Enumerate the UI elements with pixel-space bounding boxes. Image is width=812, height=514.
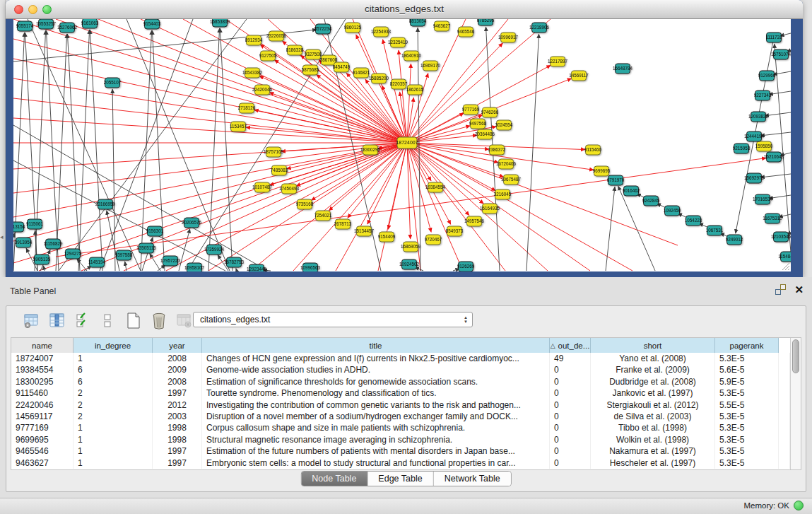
graph-node[interactable]: 9720467 bbox=[425, 235, 442, 245]
table-cell[interactable] bbox=[779, 422, 790, 433]
graph-node[interactable]: 15134457 bbox=[354, 226, 375, 236]
graph-node[interactable]: 18757165 bbox=[264, 147, 284, 157]
graph-node[interactable]: 9242845 bbox=[642, 196, 660, 206]
table-cell[interactable]: 2012 bbox=[153, 399, 202, 411]
graph-node[interactable]: 1092450 bbox=[664, 206, 681, 216]
graph-node[interactable]: 15885200 bbox=[369, 74, 389, 83]
float-window-icon[interactable] bbox=[775, 284, 786, 295]
graph-node[interactable]: 3216045 bbox=[494, 189, 512, 199]
table-cell[interactable]: de Silva et al. (2003) bbox=[591, 411, 715, 422]
table-scrollbar[interactable] bbox=[790, 338, 801, 469]
table-cell[interactable]: Tibbo et al. (1998) bbox=[591, 422, 715, 433]
table-cell[interactable]: 5.3E-5 bbox=[715, 445, 779, 457]
column-header-in_degree[interactable]: in_degree bbox=[73, 338, 153, 353]
table-cell[interactable]: 1 bbox=[73, 434, 153, 445]
table-cell[interactable]: 0 bbox=[550, 434, 591, 445]
graph-node[interactable]: 9156301 bbox=[146, 226, 164, 236]
table-row[interactable]: 1830029562008Estimation of significance … bbox=[11, 376, 790, 387]
table-cell[interactable]: Franke et al. (2009) bbox=[591, 364, 715, 375]
table-cell[interactable]: Yano et al. (2008) bbox=[591, 353, 715, 364]
table-cell[interactable]: Hescheler et al. (1997) bbox=[591, 457, 715, 469]
table-cell[interactable]: 5.5E-5 bbox=[715, 399, 779, 411]
column-visibility-icon[interactable] bbox=[47, 312, 66, 331]
table-cell[interactable]: Investigating the contribution of common… bbox=[202, 399, 550, 411]
graph-node[interactable]: 23226058 bbox=[266, 31, 287, 41]
table-cell[interactable]: 5.9E-5 bbox=[715, 376, 779, 387]
graph-node[interactable]: 9154403 bbox=[143, 19, 161, 29]
graph-node[interactable]: 10675487 bbox=[501, 175, 522, 185]
graph-node[interactable]: 14569117 bbox=[569, 71, 589, 81]
graph-node[interactable]: 9777169 bbox=[462, 105, 480, 115]
network-canvas[interactable]: 8912934232260589127505165433822242004627… bbox=[13, 19, 791, 271]
table-cell[interactable]: 0 bbox=[550, 422, 591, 433]
close-icon[interactable]: ✕ bbox=[794, 284, 804, 295]
table-cell[interactable]: 0 bbox=[550, 399, 591, 411]
table-cell[interactable]: 6 bbox=[73, 364, 153, 375]
table-cell[interactable]: 5.3E-5 bbox=[715, 353, 779, 364]
graph-node[interactable]: 9397588 bbox=[115, 250, 133, 260]
table-cell[interactable]: 2009 bbox=[153, 364, 202, 375]
graph-node[interactable]: 10553257 bbox=[36, 19, 57, 29]
table-row[interactable]: 977716911998Corpus callosum shape and si… bbox=[11, 422, 790, 433]
table-cell[interactable]: 2008 bbox=[153, 376, 202, 387]
graph-node[interactable]: 18300295 bbox=[360, 145, 381, 155]
table-cell[interactable]: Wolkin et al. (1998) bbox=[591, 434, 715, 445]
table-cell[interactable]: Genome-wide association studies in ADHD. bbox=[202, 364, 550, 375]
graph-node[interactable]: 9127505 bbox=[259, 51, 277, 61]
graph-node[interactable]: 12218906 bbox=[529, 23, 550, 33]
clear-selection-icon[interactable] bbox=[98, 312, 117, 331]
table-row[interactable]: 946362711997Embryonic stem cells: a mode… bbox=[11, 457, 790, 469]
graph-node[interactable]: 14957546 bbox=[464, 216, 485, 226]
window-titlebar[interactable]: citations_edges.txt bbox=[6, 0, 803, 19]
graph-node[interactable]: 1595850 bbox=[755, 141, 773, 151]
delete-icon[interactable] bbox=[149, 312, 168, 331]
graph-node[interactable]: 9465546 bbox=[457, 27, 475, 37]
table-cell[interactable] bbox=[779, 411, 790, 422]
table-cell[interactable]: 0 bbox=[550, 445, 591, 457]
table-cell[interactable]: Estimation of the future numbers of pati… bbox=[202, 445, 550, 457]
table-cell[interactable]: 9465546 bbox=[11, 445, 73, 457]
graph-node[interactable]: 9146821 bbox=[353, 68, 370, 78]
graph-node[interactable]: 1145194 bbox=[88, 257, 106, 267]
column-header-out_de...[interactable]: △out_de... bbox=[550, 338, 591, 353]
graph-node[interactable]: 19384554 bbox=[425, 182, 446, 192]
table-cell[interactable]: Corpus callosum shape and size in male p… bbox=[202, 422, 550, 433]
table-cell[interactable]: 6 bbox=[73, 376, 153, 387]
table-cell[interactable] bbox=[779, 376, 790, 387]
table-cell[interactable] bbox=[779, 457, 790, 469]
graph-node[interactable]: 12254933 bbox=[371, 27, 392, 37]
graph-node[interactable]: 23166950 bbox=[95, 199, 116, 209]
table-cell[interactable]: Tourette syndrome. Phenomenology and cla… bbox=[202, 387, 550, 399]
new-file-icon[interactable] bbox=[124, 312, 143, 331]
graph-node[interactable]: 9161063 bbox=[81, 19, 99, 28]
table-cell[interactable]: 1 bbox=[73, 422, 153, 433]
graph-node[interactable]: 18640910 bbox=[401, 51, 422, 61]
graph-node[interactable]: 9746266 bbox=[481, 107, 499, 117]
table-cell[interactable]: 2003 bbox=[153, 411, 202, 422]
graph-node[interactable]: 10996563 bbox=[300, 263, 321, 271]
graph-node[interactable]: 17359924 bbox=[204, 245, 225, 255]
table-cell[interactable]: 0 bbox=[550, 376, 591, 387]
table-cell[interactable]: 0 bbox=[550, 364, 591, 375]
graph-node[interactable]: 20206576 bbox=[182, 218, 202, 228]
table-cell[interactable] bbox=[779, 445, 790, 457]
panel-collapse-arrow[interactable]: ◂ bbox=[0, 233, 4, 240]
graph-node[interactable]: 20364486 bbox=[475, 129, 495, 139]
graph-node[interactable]: 9055174 bbox=[16, 21, 34, 31]
graph-node[interactable]: 9129966 bbox=[758, 71, 776, 81]
table-cell[interactable]: 5.3E-5 bbox=[715, 411, 779, 422]
graph-node[interactable]: 13505115 bbox=[136, 243, 156, 253]
graph-node[interactable]: 1054223 bbox=[685, 216, 702, 226]
graph-node[interactable]: 9215953 bbox=[733, 144, 751, 153]
column-header-title[interactable]: title bbox=[202, 338, 550, 353]
table-cell[interactable]: 22420046 bbox=[11, 399, 73, 411]
graph-node[interactable]: 7254021 bbox=[314, 211, 332, 221]
table-cell[interactable] bbox=[779, 387, 790, 399]
delete-table-icon[interactable] bbox=[175, 312, 194, 331]
table-cell[interactable]: 2008 bbox=[153, 353, 202, 364]
graph-node[interactable]: 9249012 bbox=[726, 235, 743, 245]
graph-node[interactable]: 2718126 bbox=[238, 103, 256, 113]
graph-node[interactable]: 9463627 bbox=[433, 21, 451, 31]
graph-node[interactable]: 8572234 bbox=[314, 24, 332, 34]
table-cell[interactable]: 1997 bbox=[153, 457, 202, 469]
